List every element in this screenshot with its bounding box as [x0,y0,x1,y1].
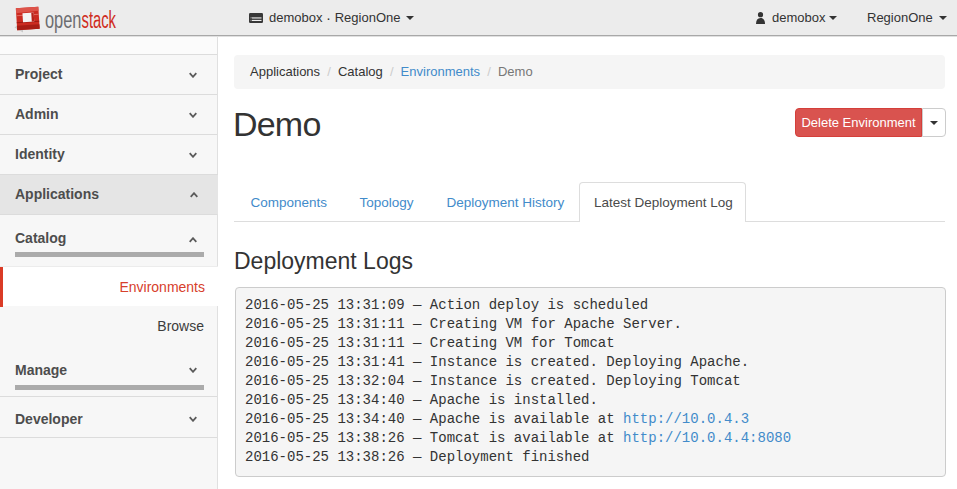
svg-text:open: open [45,7,82,33]
svg-text:stack: stack [82,7,117,33]
